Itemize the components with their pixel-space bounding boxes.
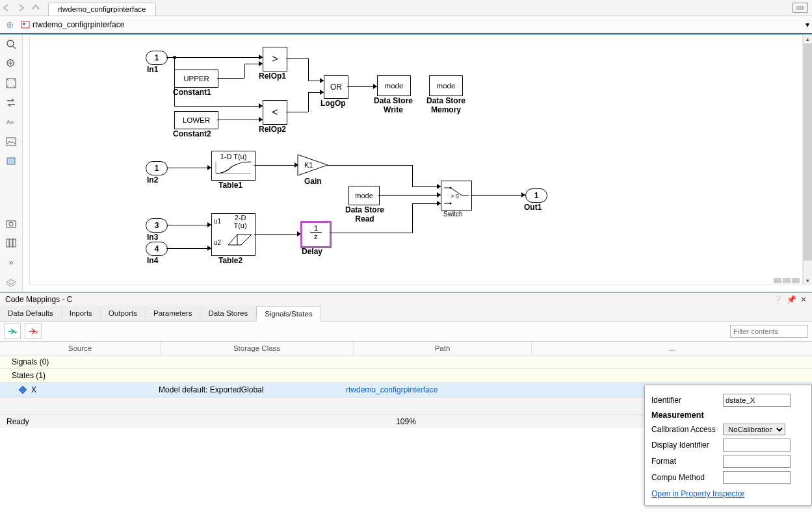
layers-icon[interactable]: [5, 276, 18, 288]
label-in1: In1: [147, 65, 158, 74]
tab-inports[interactable]: Inports: [62, 306, 101, 321]
col-etc[interactable]: ...: [532, 342, 812, 355]
display-identifier-label: Display Identifier: [651, 440, 723, 450]
zoom-fit-icon[interactable]: [5, 38, 18, 50]
svg-rect-14: [10, 239, 12, 247]
overview-widgets[interactable]: [774, 278, 800, 283]
group-signals[interactable]: Signals (0): [0, 355, 812, 369]
group-states[interactable]: ⌄ States (1): [0, 369, 812, 383]
zoom-in-icon[interactable]: [5, 58, 18, 70]
help-icon[interactable]: ❔: [773, 295, 783, 304]
svg-rect-10: [7, 158, 15, 164]
svg-point-12: [9, 222, 13, 226]
label-in3: In3: [147, 233, 158, 242]
close-panel-icon[interactable]: ✕: [800, 295, 807, 304]
breadcrumb-dropdown-icon[interactable]: ▾: [805, 20, 809, 29]
table1-text: 1-D T(u): [212, 151, 255, 160]
top-navbar: rtwdemo_configrpinterface ⌨: [0, 0, 812, 16]
row-path[interactable]: rtwdemo_configrpinterface: [346, 385, 518, 394]
block-diagram-canvas[interactable]: 1 In1 UPPER Constant1 LOWER Constant2 > …: [29, 34, 803, 285]
col-storage-class[interactable]: Storage Class: [161, 342, 354, 355]
block-in2[interactable]: 1: [146, 161, 168, 175]
svg-rect-13: [7, 239, 9, 247]
expand-palette-icon[interactable]: »: [5, 257, 18, 268]
measurement-heading: Measurement: [651, 411, 805, 420]
col-path[interactable]: Path: [354, 342, 532, 355]
breadcrumb-bar: ◎ rtwdemo_configrpinterface ▾: [0, 16, 812, 34]
svg-point-2: [7, 40, 14, 47]
identifier-label: Identifier: [651, 396, 723, 405]
document-tab[interactable]: rtwdemo_configrpinterface: [48, 3, 156, 16]
left-palette: A≡ »: [0, 34, 23, 292]
panel-title: Code Mappings - C: [5, 295, 72, 304]
state-diamond-icon: [0, 385, 31, 394]
svg-rect-9: [7, 138, 16, 146]
block-in3[interactable]: 3: [146, 218, 168, 233]
row-name: X: [31, 385, 159, 394]
pin-icon[interactable]: 📌: [787, 295, 796, 304]
display-identifier-input[interactable]: [723, 439, 791, 452]
label-in4: In4: [147, 256, 158, 265]
column-icon[interactable]: [5, 237, 18, 249]
identifier-input[interactable]: [723, 394, 791, 407]
target-icon[interactable]: ◎: [3, 20, 17, 29]
status-zoom: 109%: [396, 417, 416, 426]
nav-up-icon[interactable]: [29, 2, 43, 14]
fit-view-icon[interactable]: [5, 77, 18, 89]
canvas-viewport[interactable]: 1 In1 UPPER Constant1 LOWER Constant2 > …: [23, 34, 812, 292]
table-header: Source Storage Class Path ...: [0, 342, 812, 355]
label-constant1: Constant1: [173, 88, 211, 97]
editor-main: A≡ » 1 In1 UPPER Constant1 LOWER Const: [0, 34, 812, 292]
format-input[interactable]: [723, 455, 791, 468]
block-in4[interactable]: 4: [146, 242, 168, 256]
svg-rect-15: [13, 239, 16, 247]
calibration-select[interactable]: NoCalibration: [723, 424, 785, 435]
row-storage-class: Model default: ExportedGlobal: [159, 385, 346, 394]
tab-outports[interactable]: Outports: [101, 306, 146, 321]
svg-rect-1: [23, 23, 25, 25]
label-constant2: Constant2: [173, 129, 211, 138]
tab-data-stores[interactable]: Data Stores: [200, 306, 256, 321]
label-in2: In2: [147, 175, 158, 185]
compu-method-label: Compu Method: [651, 473, 723, 482]
text-annotation-icon[interactable]: A≡: [5, 116, 18, 128]
remove-signal-button[interactable]: ×: [25, 324, 42, 339]
property-popover: Identifier Measurement Calibration Acces…: [644, 385, 812, 505]
keyboard-icon[interactable]: ⌨: [792, 3, 808, 13]
svg-text:×: ×: [34, 329, 38, 336]
calibration-label: Calibration Access: [651, 425, 723, 434]
filter-input[interactable]: [730, 325, 808, 338]
nav-back-icon[interactable]: [0, 2, 14, 14]
status-ready: Ready: [7, 417, 29, 426]
tab-parameters[interactable]: Parameters: [146, 306, 200, 321]
breadcrumb[interactable]: rtwdemo_configrpinterface: [21, 20, 124, 29]
swap-icon[interactable]: [5, 97, 18, 108]
open-property-inspector-link[interactable]: Open in Property Inspector: [651, 489, 805, 498]
block-constant2[interactable]: LOWER: [174, 111, 218, 129]
canvas-vscroll[interactable]: ▴▾: [803, 34, 812, 285]
model-icon: [21, 20, 30, 29]
breadcrumb-text: rtwdemo_configrpinterface: [33, 20, 124, 29]
tab-signals-states[interactable]: Signals/States: [256, 306, 321, 322]
col-source[interactable]: Source: [0, 342, 161, 355]
block-constant1[interactable]: UPPER: [174, 70, 218, 88]
add-signal-button[interactable]: +: [4, 324, 21, 339]
nav-forward-icon[interactable]: [14, 2, 29, 14]
svg-text:A≡: A≡: [7, 119, 14, 125]
panel-tabs: Data Defaults Inports Outports Parameter…: [0, 306, 812, 322]
svg-line-3: [13, 46, 16, 49]
block-in1[interactable]: 1: [146, 51, 168, 65]
area-icon[interactable]: [5, 155, 18, 167]
camera-icon[interactable]: [5, 218, 18, 229]
svg-text:+: +: [14, 329, 18, 336]
image-icon[interactable]: [5, 136, 18, 147]
format-label: Format: [651, 457, 723, 466]
compu-method-input[interactable]: [723, 471, 791, 484]
tab-data-defaults[interactable]: Data Defaults: [0, 306, 62, 321]
